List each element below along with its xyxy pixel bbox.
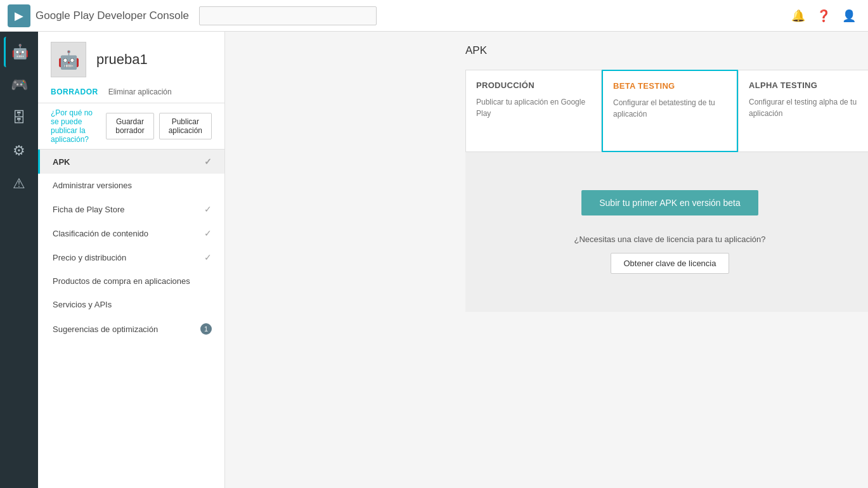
logo-icon: ▶: [8, 4, 30, 27]
top-action-row: ¿Por qué no se puede publicar la aplicac…: [38, 103, 224, 150]
top-header: ▶ Google Play Developer Console 🔔 ❓ 👤: [0, 0, 868, 32]
search-input[interactable]: [199, 6, 377, 25]
nav-item-apk[interactable]: APK ✓: [38, 150, 224, 174]
sidebar-item-warning[interactable]: ⚠: [4, 169, 34, 199]
sidebar-item-android[interactable]: 🤖: [4, 37, 34, 67]
main-content: APK PRODUCCIÓN Publicar tu aplicación en…: [450, 32, 868, 488]
save-draft-button[interactable]: Guardar borrador: [106, 113, 153, 139]
beta-content-area: Subir tu primer APK en versión beta ¿Nec…: [465, 152, 868, 312]
sub-sidebar: 🤖 prueba1 BORRADOR Eliminar aplicación ¿…: [38, 32, 225, 488]
tab-alpha-desc: Configurar el testing alpha de tu aplica…: [749, 96, 864, 119]
app-icon: 🤖: [51, 42, 86, 77]
tab-produccion-title: PRODUCCIÓN: [476, 80, 591, 90]
notifications-button[interactable]: 🔔: [787, 4, 810, 27]
tab-beta-title: BETA TESTING: [613, 81, 727, 91]
tabs-container: PRODUCCIÓN Publicar tu aplicación en Goo…: [465, 70, 868, 152]
content-inner: APK PRODUCCIÓN Publicar tu aplicación en…: [450, 32, 868, 324]
nav-item-productos[interactable]: Productos de compra en aplicaciones: [38, 269, 224, 293]
delete-app-link[interactable]: Eliminar aplicación: [108, 87, 172, 96]
tab-alpha-title: ALPHA TESTING: [749, 80, 864, 90]
tab-produccion-desc: Publicar tu aplicación en Google Play: [476, 96, 591, 119]
nav-item-ficha[interactable]: Ficha de Play Store ✓: [38, 197, 224, 221]
check-icon-apk: ✓: [204, 157, 212, 167]
nav-item-servicios[interactable]: Servicios y APIs: [38, 293, 224, 316]
left-sidebar: 🤖 🎮 🗄 ⚙ ⚠: [0, 32, 38, 488]
sidebar-item-games[interactable]: 🎮: [4, 70, 34, 100]
tab-beta[interactable]: BETA TESTING Configurar el betatesting d…: [602, 70, 738, 152]
app-header: 🤖 prueba1 BORRADOR Eliminar aplicación: [38, 32, 224, 103]
tab-produccion[interactable]: PRODUCCIÓN Publicar tu aplicación en Goo…: [465, 70, 602, 152]
check-icon-precio: ✓: [204, 252, 212, 262]
app-title-row: 🤖 prueba1: [51, 42, 212, 85]
sidebar-item-settings[interactable]: ⚙: [4, 136, 34, 166]
app-status-badge: BORRADOR: [51, 87, 98, 96]
logo-title: Google Play Developer Console: [36, 10, 189, 22]
header-logo: ▶ Google Play Developer Console: [8, 4, 189, 27]
app-name: prueba1: [96, 51, 148, 68]
app-status-row: BORRADOR Eliminar aplicación: [51, 87, 212, 96]
header-icons: 🔔 ❓ 👤: [787, 4, 860, 27]
license-text: ¿Necesitas una clave de licencia para tu…: [574, 234, 765, 244]
nav-item-precio[interactable]: Precio y distribución ✓: [38, 245, 224, 269]
tab-beta-desc: Configurar el betatesting de tu aplicaci…: [613, 97, 727, 120]
nav-item-clasificacion[interactable]: Clasificación de contenido ✓: [38, 221, 224, 245]
get-license-key-button[interactable]: Obtener clave de licencia: [611, 253, 730, 274]
nav-item-sugerencias[interactable]: Sugerencias de optimización 1: [38, 316, 224, 342]
publish-app-button[interactable]: Publicar aplicación: [159, 113, 212, 139]
section-title: APK: [465, 44, 868, 57]
upload-apk-button[interactable]: Subir tu primer APK en versión beta: [581, 190, 758, 215]
tab-alpha[interactable]: ALPHA TESTING Configurar el testing alph…: [738, 70, 868, 152]
why-publish-link[interactable]: ¿Por qué no se puede publicar la aplicac…: [51, 108, 101, 144]
help-button[interactable]: ❓: [812, 4, 835, 27]
sugerencias-badge: 1: [200, 323, 212, 335]
user-button[interactable]: 👤: [838, 4, 860, 27]
sub-nav: APK ✓ Administrar versiones Ficha de Pla…: [38, 150, 224, 342]
sidebar-item-database[interactable]: 🗄: [4, 103, 34, 133]
check-icon-clasificacion: ✓: [204, 228, 212, 238]
nav-item-versiones[interactable]: Administrar versiones: [38, 174, 224, 197]
check-icon-ficha: ✓: [204, 204, 212, 214]
